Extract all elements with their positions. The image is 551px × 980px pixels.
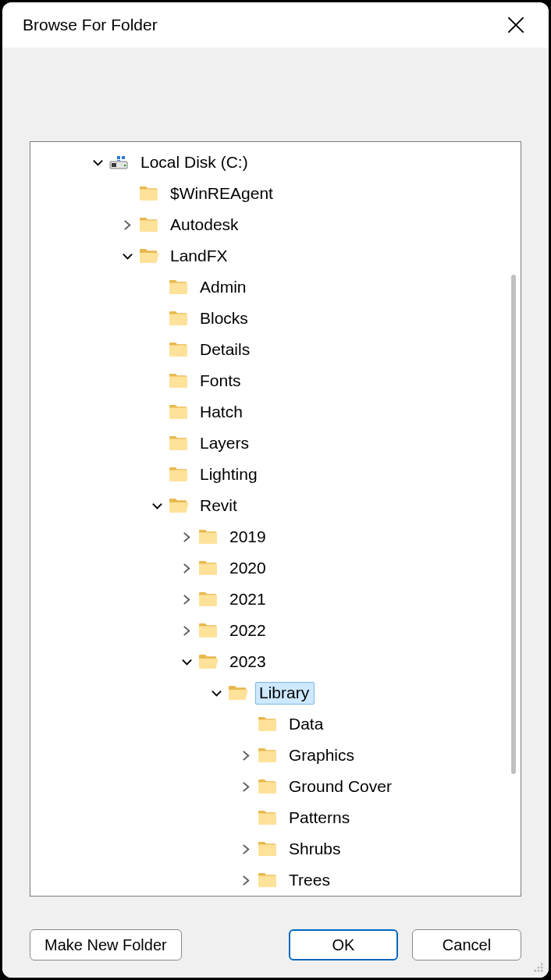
chevron-down-icon[interactable] [205,682,227,704]
chevron-right-icon[interactable] [235,869,257,891]
svg-point-6 [538,970,540,972]
resize-grip-icon[interactable] [533,962,544,973]
folder-open-icon [197,651,219,673]
folder-icon [168,370,190,392]
tree-item-label[interactable]: Blocks [196,307,254,330]
chevron-down-icon[interactable] [176,651,197,673]
svg-point-2 [541,963,543,965]
tree-item-label[interactable]: 2019 [226,526,272,549]
folder-icon [257,838,279,860]
tree-item-label[interactable]: Graphics [285,744,360,767]
tree-item-label[interactable]: 2023 [226,651,272,673]
tree-item-label[interactable]: $WinREAgent [166,183,279,205]
tree-item[interactable]: Hatch [32,396,521,428]
tree-item-label[interactable]: Patterns [285,807,355,829]
tree-item-label[interactable]: Fonts [196,370,247,392]
tree-item[interactable]: 2022 [32,615,521,646]
svg-point-5 [534,970,536,972]
tree-item[interactable]: 2020 [32,552,521,584]
folder-icon [197,557,219,579]
tree-item[interactable]: 2021 [32,584,521,615]
ok-button[interactable]: OK [289,929,398,960]
tree-item-label[interactable]: LandFX [166,245,233,268]
folder-open-icon [227,682,249,704]
chevron-right-icon[interactable] [235,776,257,797]
tree-item-label[interactable]: Lighting [196,463,263,486]
tree-item[interactable]: Ground Cover [32,771,521,802]
cancel-button[interactable]: Cancel [412,929,521,960]
chevron-right-icon[interactable] [235,838,257,860]
tree-item[interactable]: Trees [32,865,521,896]
tree-item-label[interactable]: Autodesk [166,214,244,236]
tree-item[interactable]: Revit [32,490,521,521]
tree-item-label[interactable]: Ground Cover [285,776,397,798]
tree-item-label[interactable]: Shrubs [285,838,347,861]
svg-point-4 [541,967,543,969]
chevron-down-icon[interactable] [116,245,138,267]
dialog-footer: Make New Folder OK Cancel [2,920,549,978]
tree-item[interactable]: Fonts [32,365,521,396]
folder-tree[interactable]: Local Disk (C:)$WinREAgentAutodeskLandFX… [30,141,521,897]
chevron-right-icon[interactable] [176,620,197,641]
folder-icon [257,807,279,829]
tree-scrollbar[interactable] [511,275,516,774]
tree-item-label[interactable]: Library [255,682,315,705]
tree-item-label[interactable]: 2020 [226,557,272,580]
tree-item[interactable]: Graphics [32,740,521,771]
tree-item-label[interactable]: 2021 [226,588,272,611]
folder-icon [138,183,160,204]
folder-icon [168,307,190,329]
dialog-body: Local Disk (C:)$WinREAgentAutodeskLandFX… [2,48,549,920]
chevron-down-icon[interactable] [87,151,108,173]
tree-item[interactable]: Patterns [32,802,521,833]
folder-icon [168,463,190,485]
tree-item[interactable]: $WinREAgent [32,178,521,209]
tree-item[interactable]: Blocks [32,303,521,334]
close-button[interactable] [499,8,533,42]
tree-item[interactable]: Autodesk [32,209,521,240]
chevron-right-icon[interactable] [176,526,197,548]
folder-icon [168,339,190,360]
tree-item-label[interactable]: Admin [196,276,252,299]
tree-item-label[interactable]: Details [196,339,255,361]
folder-icon [257,776,279,797]
tree-item[interactable]: LandFX [32,240,521,272]
tree-item[interactable]: Details [32,334,521,365]
folder-icon [257,744,279,766]
folder-icon [168,401,190,423]
tree-item[interactable]: Lighting [32,459,521,490]
tree-item[interactable]: Library [32,677,521,708]
folder-icon [138,214,160,236]
make-new-folder-button[interactable]: Make New Folder [30,929,182,960]
tree-item-label[interactable]: Data [285,713,329,736]
chevron-down-icon[interactable] [146,495,168,517]
tree-item-label[interactable]: Trees [285,869,336,892]
chevron-right-icon[interactable] [176,588,197,610]
browse-for-folder-dialog: Browse For Folder Local Disk (C:)$WinREA… [2,2,549,978]
tree-item[interactable]: Admin [32,272,521,303]
tree-item[interactable]: Local Disk (C:) [32,147,521,178]
dialog-title: Browse For Folder [23,16,158,34]
tree-item[interactable]: Shrubs [32,833,521,865]
chevron-right-icon[interactable] [235,744,257,766]
close-icon [507,16,524,34]
titlebar: Browse For Folder [2,2,549,48]
folder-open-icon [168,495,190,517]
folder-icon [257,869,279,891]
folder-icon [257,713,279,735]
folder-icon [197,620,219,641]
tree-item-label[interactable]: Local Disk (C:) [137,151,254,174]
chevron-right-icon[interactable] [116,214,138,236]
tree-item-label[interactable]: Hatch [196,401,248,424]
chevron-right-icon[interactable] [176,557,197,579]
tree-item-label[interactable]: Layers [196,432,254,455]
folder-icon [168,276,190,298]
tree-item[interactable]: 2023 [32,646,521,677]
tree-item[interactable]: Data [32,708,521,740]
folder-open-icon [138,245,160,267]
tree-item[interactable]: 2019 [32,521,521,552]
tree-item-label[interactable]: Revit [196,495,243,517]
tree-item[interactable]: Layers [32,428,521,459]
svg-point-3 [538,967,540,969]
tree-item-label[interactable]: 2022 [226,620,272,642]
